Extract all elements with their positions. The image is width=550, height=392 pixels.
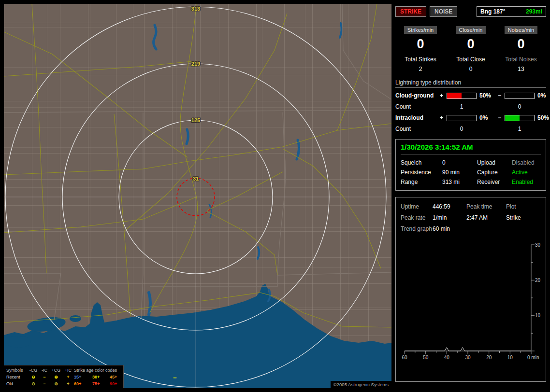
ic-negative-bar bbox=[505, 115, 535, 121]
cg-negative-count: 0 bbox=[505, 103, 535, 110]
ring-label-125: 125 bbox=[191, 117, 200, 123]
datetime-display: 1/30/2026 3:14:52 AM bbox=[401, 143, 541, 154]
noises-per-min-label: Noises/min bbox=[505, 26, 537, 34]
trend-y-ticks bbox=[531, 245, 535, 351]
legend-col-pic: +IC bbox=[62, 367, 74, 374]
y-tick-30: 30 bbox=[535, 242, 541, 248]
age-75: 75+ bbox=[92, 381, 110, 387]
legend-row-recent-label: Recent bbox=[6, 374, 28, 380]
trend-strike-trace bbox=[405, 348, 531, 351]
minus-ic-icon: − bbox=[39, 381, 50, 387]
map-panel[interactable]: 313 219 125 31 − Symbols -CG -IC +CG +IC… bbox=[4, 4, 391, 388]
receiver-label: Receiver bbox=[477, 179, 512, 185]
ic-positive-count: 0 bbox=[447, 126, 477, 132]
plus-ic-icon: + bbox=[62, 381, 74, 387]
minus-ic-icon: − bbox=[39, 374, 50, 380]
minus-sign: − bbox=[498, 114, 505, 121]
cg-count-label: Count bbox=[395, 103, 440, 110]
noise-toggle-button[interactable]: NOISE bbox=[430, 6, 457, 17]
nexstorm-window: 313 219 125 31 − Symbols -CG -IC +CG +IC… bbox=[0, 0, 550, 392]
peak-time-value: 2:47 AM bbox=[466, 214, 506, 221]
y-tick-10: 10 bbox=[535, 313, 541, 318]
x-tick-20: 20 bbox=[486, 355, 492, 360]
strike-symbol: − bbox=[173, 374, 177, 381]
strikes-per-min-value: 0 bbox=[417, 37, 424, 51]
peak-rate-label: Peak rate bbox=[401, 214, 433, 221]
legend-symbols-header: Symbols bbox=[6, 367, 28, 374]
bearing-readout: Bng 187° 293mi bbox=[477, 6, 546, 17]
lake-west-3 bbox=[70, 315, 81, 322]
peak-rate-value: 1/min bbox=[433, 214, 466, 221]
plus-sign: + bbox=[440, 92, 447, 99]
legend-col-pcg: +CG bbox=[50, 367, 62, 374]
rivers bbox=[149, 23, 342, 315]
cg-positive-bar-fill bbox=[447, 93, 462, 98]
age-60: 60+ bbox=[74, 381, 92, 387]
trend-graph-value: 60 min bbox=[433, 225, 466, 232]
range-value: 313 mi bbox=[442, 179, 477, 185]
toolbar: STRIKE NOISE Bng 187° 293mi bbox=[395, 5, 546, 18]
distribution-panel: Lightning type distribution Cloud-ground… bbox=[395, 79, 546, 132]
distribution-title: Lightning type distribution bbox=[395, 79, 546, 88]
legend-row-old-label: Old bbox=[6, 381, 28, 387]
ic-negative-bar-fill bbox=[505, 115, 520, 121]
cg-negative-bar bbox=[505, 93, 535, 99]
ic-negative-count: 1 bbox=[505, 126, 535, 132]
total-noises-value: 13 bbox=[518, 66, 524, 72]
x-tick-10: 10 bbox=[507, 355, 513, 360]
plot-label: Plot bbox=[506, 203, 541, 210]
ic-count-label: Count bbox=[395, 126, 440, 132]
range-label: Range bbox=[401, 179, 442, 185]
x-tick-50: 50 bbox=[423, 355, 429, 360]
total-close-value: 0 bbox=[469, 66, 473, 72]
lake-west-2 bbox=[6, 336, 31, 348]
close-per-min-value: 0 bbox=[467, 37, 474, 51]
cg-positive-pct: 50% bbox=[477, 92, 498, 99]
strike-toggle-button[interactable]: STRIKE bbox=[395, 6, 426, 17]
noises-per-min-value: 0 bbox=[517, 37, 524, 51]
map-legend: Symbols -CG -IC +CG +IC Strike age color… bbox=[4, 365, 124, 388]
strikes-per-min-label: Strikes/min bbox=[404, 26, 437, 34]
peak-time-label: Peak time bbox=[466, 203, 506, 210]
intracloud-label: Intracloud bbox=[395, 114, 440, 121]
status-panel: Uptime 446:59 Peak time Plot Peak rate 1… bbox=[395, 197, 546, 382]
persistence-label: Persistence bbox=[401, 169, 442, 176]
trend-graph: 30 20 10 0 min 60 50 40 30 20 10 bbox=[401, 240, 546, 366]
x-tick-30: 30 bbox=[465, 355, 471, 360]
plot-value: Strike bbox=[506, 214, 541, 221]
highways bbox=[4, 4, 391, 327]
ring-label-313: 313 bbox=[191, 6, 200, 12]
total-close-label: Total Close bbox=[456, 56, 485, 63]
minus-cg-icon: ⊖ bbox=[28, 374, 39, 380]
close-per-min-label: Close/min bbox=[456, 26, 486, 34]
bearing-label: Bng 187° bbox=[480, 8, 505, 15]
ic-positive-bar bbox=[447, 115, 477, 121]
bearing-distance: 293mi bbox=[526, 8, 542, 15]
total-noises-label: Total Noises bbox=[505, 56, 536, 63]
squelch-value: 0 bbox=[442, 159, 477, 166]
total-strikes-label: Total Strikes bbox=[405, 56, 436, 63]
map-graphics: 313 219 125 31 − bbox=[4, 4, 391, 388]
upload-status: Disabled bbox=[512, 159, 541, 166]
persistence-value: 90 min bbox=[442, 169, 477, 176]
uptime-value: 446:59 bbox=[433, 203, 466, 210]
state-borders bbox=[4, 4, 391, 320]
rates-panel: Strikes/min 0 Total Strikes 2 Close/min … bbox=[395, 26, 546, 72]
receiver-status: Enabled bbox=[512, 179, 541, 185]
ic-negative-pct: 50% bbox=[535, 114, 550, 121]
trend-x-ticks bbox=[405, 351, 531, 354]
squelch-label: Squelch bbox=[401, 159, 442, 166]
legend-col-nic: -IC bbox=[39, 367, 50, 374]
x-tick-40: 40 bbox=[444, 355, 450, 360]
sidebar: STRIKE NOISE Bng 187° 293mi Strikes/min … bbox=[395, 4, 546, 388]
y-tick-20: 20 bbox=[535, 278, 541, 283]
plus-cg-icon: ⊕ bbox=[50, 374, 62, 380]
settings-panel: 1/30/2026 3:14:52 AM Squelch 0 Upload Di… bbox=[395, 139, 546, 191]
origin-tick: 0 min bbox=[527, 355, 539, 360]
rate-close: Close/min 0 Total Close 0 bbox=[446, 26, 496, 72]
ring-label-219: 219 bbox=[191, 61, 200, 67]
copyright-text: ©2005 Astrogenic Systems bbox=[331, 381, 391, 388]
x-tick-60: 60 bbox=[402, 355, 407, 360]
upload-label: Upload bbox=[477, 159, 512, 166]
ring-label-31: 31 bbox=[193, 176, 199, 182]
